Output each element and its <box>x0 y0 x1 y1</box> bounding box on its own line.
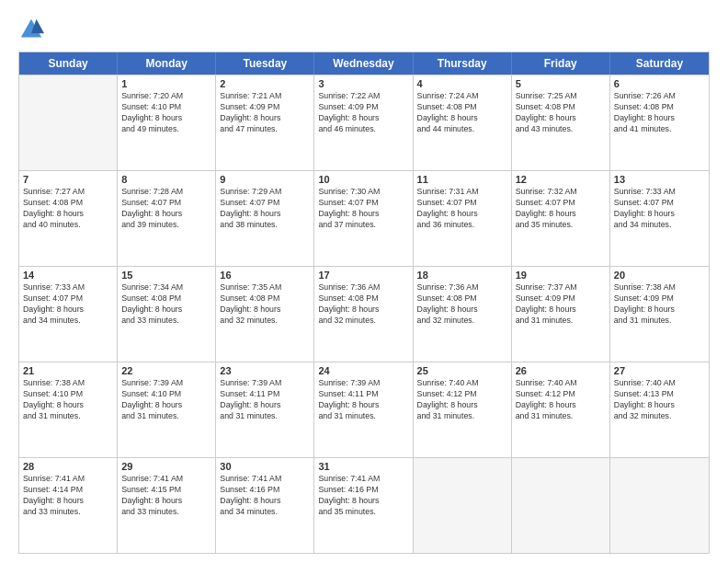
cell-info: and 32 minutes. <box>614 411 705 422</box>
cell-info: Sunrise: 7:31 AM <box>417 187 507 198</box>
calendar-cell: 19Sunrise: 7:37 AMSunset: 4:09 PMDayligh… <box>512 267 610 362</box>
cell-info: Sunrise: 7:32 AM <box>516 187 606 198</box>
cell-info: and 31 minutes. <box>121 411 211 422</box>
calendar-cell: 26Sunrise: 7:40 AMSunset: 4:12 PMDayligh… <box>512 362 610 457</box>
page: SundayMondayTuesdayWednesdayThursdayFrid… <box>0 0 728 563</box>
calendar-row: 28Sunrise: 7:41 AMSunset: 4:14 PMDayligh… <box>19 457 709 553</box>
day-number: 20 <box>614 270 705 281</box>
day-number: 6 <box>614 78 705 89</box>
cell-info: Sunset: 4:07 PM <box>318 198 408 209</box>
calendar-cell: 28Sunrise: 7:41 AMSunset: 4:14 PMDayligh… <box>19 458 118 553</box>
cell-info: and 33 minutes. <box>23 507 113 518</box>
cell-info: Sunrise: 7:27 AM <box>23 187 113 198</box>
cell-info: Daylight: 8 hours <box>614 304 705 316</box>
cell-info: Daylight: 8 hours <box>121 496 211 507</box>
cell-info: Daylight: 8 hours <box>121 400 211 411</box>
cell-info: and 44 minutes. <box>417 124 507 135</box>
cell-info: and 39 minutes. <box>121 220 211 231</box>
cell-info: Sunset: 4:09 PM <box>614 293 705 304</box>
cell-info: Sunrise: 7:38 AM <box>23 378 113 389</box>
cell-info: Sunrise: 7:20 AM <box>121 91 211 102</box>
calendar-cell: 11Sunrise: 7:31 AMSunset: 4:07 PMDayligh… <box>414 171 512 266</box>
day-number: 26 <box>516 365 606 376</box>
cell-info: Sunset: 4:09 PM <box>516 293 606 304</box>
day-number: 16 <box>220 270 310 281</box>
calendar-cell: 9Sunrise: 7:29 AMSunset: 4:07 PMDaylight… <box>216 171 314 266</box>
cell-info: Daylight: 8 hours <box>220 304 310 316</box>
calendar-cell: 30Sunrise: 7:41 AMSunset: 4:16 PMDayligh… <box>216 458 314 553</box>
day-number: 12 <box>516 174 606 185</box>
cell-info: and 31 minutes. <box>220 411 310 422</box>
cell-info: Sunset: 4:08 PM <box>417 102 507 113</box>
cell-info: Daylight: 8 hours <box>318 304 408 316</box>
cell-info: Sunset: 4:15 PM <box>121 485 211 496</box>
cell-info: Sunset: 4:11 PM <box>220 389 310 400</box>
day-number: 19 <box>516 270 606 281</box>
cell-info: Sunset: 4:08 PM <box>220 293 310 304</box>
cell-info: and 47 minutes. <box>220 124 310 135</box>
cal-header-day: Sunday <box>19 52 118 75</box>
calendar-row: 1Sunrise: 7:20 AMSunset: 4:10 PMDaylight… <box>19 75 709 170</box>
cell-info: and 43 minutes. <box>516 124 606 135</box>
cell-info: Sunset: 4:09 PM <box>318 102 408 113</box>
cell-info: Sunrise: 7:30 AM <box>318 187 408 198</box>
calendar-cell <box>610 458 709 553</box>
cell-info: and 31 minutes. <box>318 411 408 422</box>
cell-info: Sunrise: 7:24 AM <box>417 91 507 102</box>
cell-info: Sunset: 4:12 PM <box>417 389 507 400</box>
calendar-cell: 31Sunrise: 7:41 AMSunset: 4:16 PMDayligh… <box>314 458 413 553</box>
calendar: SundayMondayTuesdayWednesdayThursdayFrid… <box>18 52 710 554</box>
calendar-cell <box>19 75 118 170</box>
cell-info: Sunset: 4:07 PM <box>23 293 113 304</box>
cell-info: and 49 minutes. <box>121 124 211 135</box>
cell-info: Daylight: 8 hours <box>23 304 113 316</box>
calendar-header: SundayMondayTuesdayWednesdayThursdayFrid… <box>19 52 709 75</box>
calendar-cell: 27Sunrise: 7:40 AMSunset: 4:13 PMDayligh… <box>610 362 709 457</box>
cal-header-day: Tuesday <box>216 52 314 75</box>
cell-info: and 32 minutes. <box>220 316 310 327</box>
cell-info: Sunset: 4:16 PM <box>220 485 310 496</box>
cell-info: Daylight: 8 hours <box>614 209 705 220</box>
cell-info: Sunset: 4:07 PM <box>121 198 211 209</box>
cell-info: and 34 minutes. <box>614 220 705 231</box>
cell-info: Sunrise: 7:25 AM <box>516 91 606 102</box>
logo-icon <box>18 17 44 42</box>
day-number: 11 <box>417 174 507 185</box>
calendar-cell: 3Sunrise: 7:22 AMSunset: 4:09 PMDaylight… <box>314 75 413 170</box>
cell-info: Sunrise: 7:28 AM <box>121 187 211 198</box>
cell-info: Daylight: 8 hours <box>516 113 606 124</box>
cell-info: and 34 minutes. <box>23 316 113 327</box>
day-number: 9 <box>220 174 310 185</box>
cell-info: Sunrise: 7:29 AM <box>220 187 310 198</box>
cal-header-day: Thursday <box>414 52 512 75</box>
calendar-cell: 13Sunrise: 7:33 AMSunset: 4:07 PMDayligh… <box>610 171 709 266</box>
cell-info: Sunrise: 7:39 AM <box>318 378 408 389</box>
cell-info: and 33 minutes. <box>121 507 211 518</box>
cell-info: Sunset: 4:13 PM <box>614 389 705 400</box>
cell-info: Sunset: 4:09 PM <box>220 102 310 113</box>
cell-info: Sunset: 4:07 PM <box>220 198 310 209</box>
day-number: 4 <box>417 78 507 89</box>
cell-info: and 41 minutes. <box>614 124 705 135</box>
logo <box>18 17 48 42</box>
cell-info: Sunrise: 7:36 AM <box>417 282 507 293</box>
cell-info: and 33 minutes. <box>121 316 211 327</box>
cell-info: Sunrise: 7:40 AM <box>614 378 705 389</box>
cell-info: Sunrise: 7:40 AM <box>516 378 606 389</box>
calendar-cell: 18Sunrise: 7:36 AMSunset: 4:08 PMDayligh… <box>414 267 512 362</box>
calendar-cell: 10Sunrise: 7:30 AMSunset: 4:07 PMDayligh… <box>314 171 413 266</box>
cell-info: Daylight: 8 hours <box>417 400 507 411</box>
cal-header-day: Saturday <box>610 52 709 75</box>
cell-info: Sunrise: 7:39 AM <box>220 378 310 389</box>
calendar-row: 21Sunrise: 7:38 AMSunset: 4:10 PMDayligh… <box>19 362 709 457</box>
day-number: 25 <box>417 365 507 376</box>
cell-info: and 31 minutes. <box>516 316 606 327</box>
cal-header-day: Wednesday <box>314 52 413 75</box>
day-number: 24 <box>318 365 408 376</box>
cell-info: Sunset: 4:08 PM <box>23 198 113 209</box>
cell-info: Sunset: 4:08 PM <box>121 293 211 304</box>
cell-info: and 34 minutes. <box>220 507 310 518</box>
cell-info: Sunrise: 7:36 AM <box>318 282 408 293</box>
cell-info: and 40 minutes. <box>23 220 113 231</box>
day-number: 13 <box>614 174 705 185</box>
